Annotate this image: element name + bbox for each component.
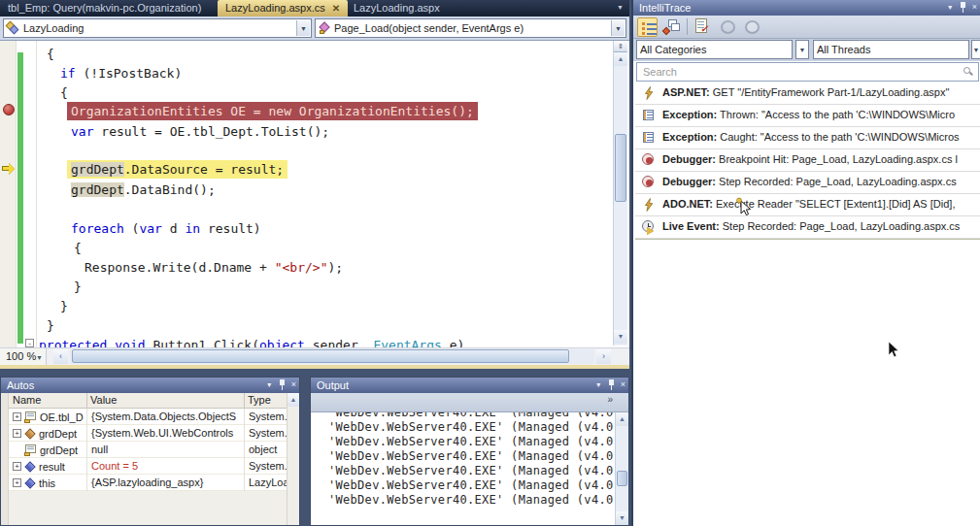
event-text: Step Recorded: Page_Load, LazyLoading.as… <box>720 220 961 232</box>
column-header-type[interactable]: Type <box>244 394 271 406</box>
autos-panel: Autos ▼ × Name Value Type +OE.tbl_D {Sys… <box>0 377 300 526</box>
chevron-down-icon[interactable]: ▼ <box>296 20 310 36</box>
types-dropdown[interactable]: LazyLoading ▼ <box>3 18 312 38</box>
intellitrace-settings-button[interactable]: ✓ <box>693 17 713 37</box>
tab-lazyloading-aspx-cs[interactable]: LazyLoading.aspx.cs✕ <box>218 0 348 16</box>
chevron-down-icon[interactable]: ▼ <box>36 354 43 361</box>
zoom-level-dropdown[interactable]: 100 %▼ <box>0 348 47 366</box>
event-row-aspnet-get[interactable]: ASP.NET: GET "/EntityFramework Part-1/La… <box>635 82 980 105</box>
close-icon[interactable]: × <box>621 379 625 390</box>
intellitrace-title-bar[interactable]: IntelliTrace ▼ × <box>633 0 980 16</box>
expand-icon[interactable]: + <box>13 429 21 438</box>
members-dropdown-value: Page_Load(object sender, EventArgs e) <box>334 22 524 34</box>
event-category: Debugger: <box>662 176 716 187</box>
breakpoint-margin[interactable] <box>0 41 17 347</box>
event-row-live-event[interactable]: Live Event: Step Recorded: Page_Load, La… <box>635 216 980 239</box>
scroll-right-button[interactable]: › <box>596 349 611 364</box>
tab-label: LazyLoading.aspx <box>354 2 440 14</box>
chevron-down-icon[interactable]: ▼ <box>611 20 625 36</box>
expand-icon[interactable]: + <box>13 478 21 487</box>
scroll-up-button[interactable]: ▲ <box>616 412 628 426</box>
expand-icon[interactable]: + <box>13 412 21 421</box>
row-gutter <box>1 393 9 525</box>
code-token: object <box>259 338 305 347</box>
window-menu-icon[interactable]: ▼ <box>595 379 602 390</box>
expand-icon[interactable]: + <box>13 462 21 471</box>
autos-row[interactable]: +result Count = 5 System.C <box>9 458 287 475</box>
toolbar-overflow-icon[interactable]: » <box>607 394 613 405</box>
autos-vertical-scrollbar[interactable]: ▲ <box>287 393 299 525</box>
show-timeline-button[interactable] <box>742 17 762 37</box>
show-calls-view-button[interactable] <box>661 17 682 37</box>
field-icon <box>24 428 35 439</box>
variable-value: {ASP.lazyloading_aspx} <box>86 475 244 491</box>
editor-vertical-scrollbar[interactable]: ⇕ ▲ ▼ <box>613 41 627 345</box>
search-input[interactable]: Search <box>636 62 979 82</box>
outlining-margin <box>36 41 37 347</box>
breakpoint-icon[interactable] <box>3 104 15 115</box>
scrollbar-thumb[interactable] <box>617 471 627 486</box>
class-icon <box>7 22 19 34</box>
show-events-list-button[interactable] <box>637 17 658 37</box>
autos-title-bar[interactable]: Autos ▼ × <box>1 378 299 393</box>
autos-row[interactable]: grdDept null object <box>9 442 287 458</box>
output-text-area[interactable]: 'WebDev.WebServer40.EXE' (Managed (v4.0.… <box>311 412 615 525</box>
editor-navigation-bar: LazyLoading ▼ Page_Load(object sender, E… <box>0 16 629 41</box>
threads-filter-dropdown-button[interactable]: ▼ <box>971 40 980 59</box>
scroll-up-button[interactable]: ▲ <box>287 393 299 407</box>
autos-row[interactable]: +OE.tbl_D {System.Data.Objects.ObjectS S… <box>9 409 287 425</box>
collapse-region-toggle[interactable]: - <box>25 339 34 347</box>
split-handle-icon[interactable]: ⇕ <box>614 41 627 52</box>
scroll-up-button[interactable]: ▲ <box>614 52 627 66</box>
code-line-breakpoint: OrganizationEntities OE = new Organizati… <box>67 102 478 120</box>
check-icon: ✓ <box>700 25 708 33</box>
circular-arrow-icon <box>721 20 735 34</box>
pin-icon[interactable] <box>607 379 616 390</box>
members-dropdown[interactable]: Page_Load(object sender, EventArgs e) ▼ <box>315 18 626 38</box>
threads-filter-dropdown[interactable]: All Threads <box>813 40 969 59</box>
chevron-down-icon[interactable]: ▼ <box>617 4 624 11</box>
column-header-value[interactable]: Value <box>86 394 117 406</box>
code-token: d <box>162 221 185 236</box>
code-token: in <box>185 221 200 236</box>
scrollbar-thumb[interactable] <box>615 134 626 202</box>
intellitrace-filter-row: All Categories ▼ All Threads ▼ <box>633 39 980 61</box>
editor-horizontal-scrollbar[interactable] <box>70 349 594 364</box>
variable-type: System.C <box>244 458 287 475</box>
scroll-left-button[interactable]: ‹ <box>53 349 68 364</box>
autos-row[interactable]: +this {ASP.lazyloading_aspx} LazyLoa <box>9 475 287 491</box>
intellitrace-toolbar: ✓ <box>633 16 980 39</box>
code-token: ); <box>327 260 343 275</box>
close-icon[interactable]: × <box>291 379 296 390</box>
autos-row[interactable]: +grdDept {System.Web.UI.WebControls Syst… <box>9 425 287 442</box>
scroll-down-button[interactable]: ▼ <box>616 511 628 525</box>
categories-filter-dropdown[interactable]: All Categories <box>636 40 793 59</box>
event-row-adonet-execute[interactable]: ADO.NET: Execute Reader "SELECT [Extent1… <box>635 194 980 216</box>
window-menu-icon[interactable]: ▼ <box>947 2 954 13</box>
code-token: Response.Write(d.Dname + <box>84 260 275 275</box>
code-editor[interactable]: { if (!IsPostBack) { OrganizationEntitie… <box>0 41 629 347</box>
break-all-button[interactable] <box>718 17 738 37</box>
event-row-step-recorded[interactable]: Debugger: Step Recorded: Page_Load, Lazy… <box>635 172 980 194</box>
code-token: protected void <box>39 338 152 347</box>
scroll-down-button[interactable]: ▼ <box>614 330 627 344</box>
pin-icon[interactable] <box>278 379 287 390</box>
event-row-breakpoint-hit[interactable]: Debugger: Breakpoint Hit: Page_Load, Laz… <box>635 149 980 172</box>
scrollbar-thumb[interactable] <box>72 349 569 363</box>
code-token: } <box>74 279 82 294</box>
output-vertical-scrollbar[interactable]: ▲ ▼ <box>615 412 628 525</box>
column-header-name[interactable]: Name <box>9 394 41 406</box>
property-icon <box>24 411 37 422</box>
code-token: { <box>60 85 68 100</box>
categories-filter-dropdown-button[interactable]: ▼ <box>795 40 809 59</box>
tab-tbl-emp-query[interactable]: tbl_Emp: Query(makvin-pc.Organization) <box>0 0 209 16</box>
close-icon[interactable]: ✕ <box>332 3 340 14</box>
event-row-exception-thrown[interactable]: Exception: Thrown: "Access to the path '… <box>635 105 980 127</box>
panel-title: Output <box>317 379 349 391</box>
close-icon[interactable]: × <box>972 2 977 13</box>
output-title-bar[interactable]: Output ▼ × <box>311 378 628 393</box>
pin-icon[interactable] <box>959 2 967 13</box>
event-row-exception-caught[interactable]: Exception: Caught: "Access to the path '… <box>635 127 980 149</box>
tab-lazyloading-aspx[interactable]: LazyLoading.aspx <box>346 0 448 16</box>
window-menu-icon[interactable]: ▼ <box>266 379 273 390</box>
